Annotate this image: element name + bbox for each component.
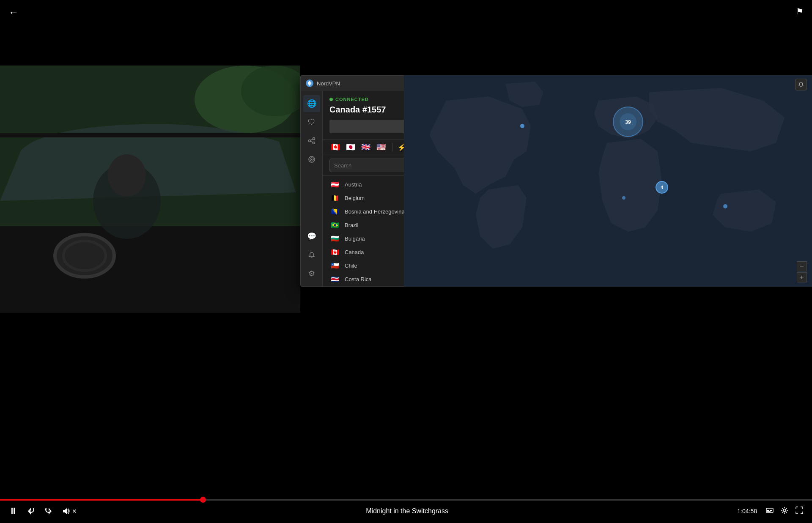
right-controls xyxy=(765,506,804,517)
settings-video-icon xyxy=(780,506,789,515)
svg-point-12 xyxy=(308,140,310,142)
fav-flag-canada[interactable]: 🇨🇦 xyxy=(329,143,341,151)
progress-dot xyxy=(200,497,206,503)
subtitle-icon xyxy=(765,506,774,515)
video-area: ← ⚑ xyxy=(0,0,812,523)
progress-bar[interactable] xyxy=(0,499,812,501)
name-belgium: Belgium xyxy=(345,195,365,201)
video-title: Midnight in the Switchgrass xyxy=(85,507,729,515)
volume-icon xyxy=(62,507,70,515)
svg-rect-8 xyxy=(0,133,300,137)
controls-row: ⏸ 10 10 xyxy=(0,506,812,517)
sidebar-globe-icon[interactable]: 🌐 xyxy=(303,95,320,112)
sidebar-chat-icon[interactable]: 💬 xyxy=(303,228,320,245)
svg-rect-3 xyxy=(0,226,300,313)
name-bulgaria: Bulgaria xyxy=(345,235,365,242)
settings-button[interactable] xyxy=(780,506,789,517)
svg-point-26 xyxy=(723,204,727,208)
svg-point-18 xyxy=(311,159,312,160)
svg-rect-9 xyxy=(0,300,300,302)
time-display: 1:04:58 xyxy=(737,508,757,515)
notification-button[interactable] xyxy=(795,79,807,90)
forward-icon: 10 xyxy=(44,507,53,516)
server-name: Canada #1557 xyxy=(329,105,386,115)
svg-text:39: 39 xyxy=(625,119,631,125)
svg-point-11 xyxy=(313,138,315,140)
zoom-out-button[interactable]: − xyxy=(797,261,807,271)
flag-austria: 🇦🇹 xyxy=(329,181,340,188)
favorites-separator xyxy=(392,143,392,151)
svg-point-13 xyxy=(313,142,315,144)
sidebar-share-icon[interactable] xyxy=(303,132,320,149)
status-dot xyxy=(329,98,333,101)
fav-flag-us[interactable]: 🇺🇸 xyxy=(375,143,387,151)
share-svg xyxy=(308,137,315,145)
target-svg xyxy=(308,156,315,163)
svg-rect-32 xyxy=(770,510,772,511)
name-costa-rica: Costa Rica xyxy=(345,276,372,282)
nordvpn-logo-icon xyxy=(306,79,313,87)
name-chile: Chile xyxy=(345,263,357,269)
sidebar-shield-icon[interactable]: 🛡 xyxy=(303,114,320,131)
top-bar: ← ⚑ xyxy=(0,0,812,63)
flag-chile: 🇨🇱 xyxy=(329,262,340,269)
fav-flag-japan[interactable]: 🇯🇵 xyxy=(345,143,357,151)
name-canada: Canada xyxy=(345,249,364,255)
svg-text:10: 10 xyxy=(47,510,50,512)
svg-line-15 xyxy=(310,141,313,142)
bell-svg xyxy=(308,252,315,258)
svg-text:4: 4 xyxy=(661,185,663,190)
play-pause-button[interactable]: ⏸ xyxy=(8,506,18,517)
flag-canada: 🇨🇦 xyxy=(329,248,340,256)
flag-bosnia: 🇧🇦 xyxy=(329,208,340,215)
back-button[interactable]: ← xyxy=(8,6,19,18)
video-frame xyxy=(0,66,300,313)
forward-button[interactable]: 10 xyxy=(44,507,53,516)
flag-belgium: 🇧🇪 xyxy=(329,194,340,202)
svg-rect-31 xyxy=(767,510,769,511)
volume-button[interactable]: ✕ xyxy=(62,507,77,515)
svg-point-34 xyxy=(783,509,786,512)
name-bosnia: Bosnia and Herzegovina xyxy=(345,208,405,215)
world-map-svg: 39 4 xyxy=(404,75,812,287)
bell-map-icon xyxy=(798,82,804,88)
fav-flag-uk[interactable]: 🇬🇧 xyxy=(360,143,372,151)
sidebar-bell-icon[interactable] xyxy=(303,246,320,263)
fullscreen-button[interactable] xyxy=(795,506,804,517)
zoom-controls: − + xyxy=(797,261,807,282)
name-austria: Austria xyxy=(345,181,362,188)
flag-brazil: 🇧🇷 xyxy=(329,221,340,229)
flag-costa-rica: 🇨🇷 xyxy=(329,275,340,283)
name-brazil: Brazil xyxy=(345,222,359,228)
svg-point-25 xyxy=(520,124,524,128)
subtitle-button[interactable] xyxy=(765,506,774,517)
controls-bar: ⏸ 10 10 xyxy=(0,476,812,523)
car-scene-svg xyxy=(0,66,300,313)
rewind-button[interactable]: 10 xyxy=(26,507,36,516)
sidebar-target-icon[interactable] xyxy=(303,151,320,168)
progress-fill xyxy=(0,499,203,501)
svg-point-7 xyxy=(108,154,146,197)
flag-icon: ⚑ xyxy=(796,6,804,16)
zoom-in-button[interactable]: + xyxy=(797,272,807,282)
svg-text:10: 10 xyxy=(30,510,33,512)
fullscreen-icon xyxy=(795,506,804,515)
map-area: 39 4 − + xyxy=(404,75,812,287)
sidebar-gear-icon[interactable]: ⚙ xyxy=(303,265,320,282)
svg-point-27 xyxy=(622,196,625,200)
svg-line-14 xyxy=(310,139,313,140)
flag-bulgaria: 🇧🇬 xyxy=(329,235,340,242)
rewind-icon: 10 xyxy=(26,507,36,516)
mute-x: ✕ xyxy=(72,508,77,515)
status-text: CONNECTED xyxy=(335,97,369,102)
svg-rect-33 xyxy=(767,511,771,512)
vpn-sidebar: 🌐 🛡 xyxy=(301,91,323,286)
